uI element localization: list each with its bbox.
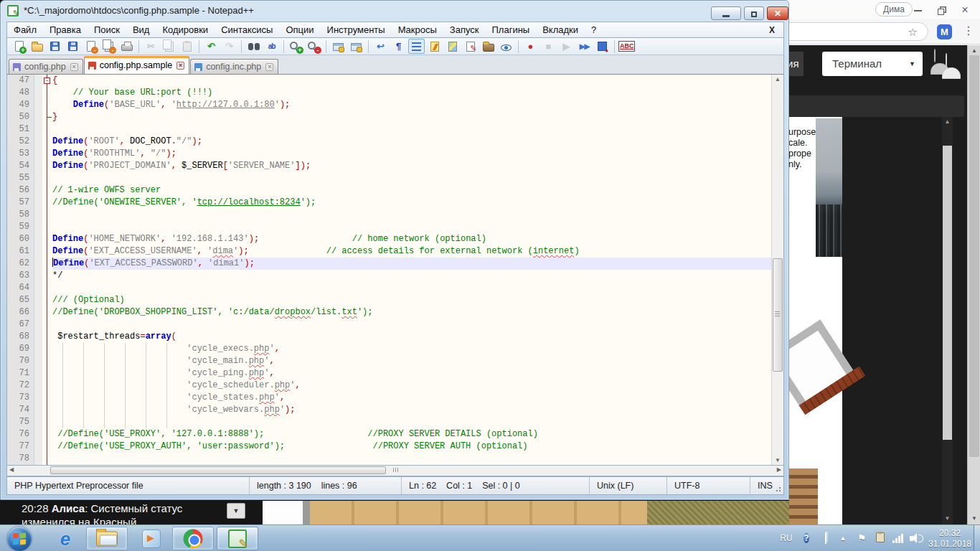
taskbar-internet-explorer[interactable]: e (44, 527, 86, 550)
line-number[interactable]: 63 (7, 270, 29, 282)
line-number[interactable]: 72 (7, 380, 29, 392)
menu-item-5[interactable]: Синтаксисы (215, 22, 279, 37)
code-line[interactable]: 'cycle_states.php', (52, 392, 771, 404)
line-number[interactable]: 77 (7, 441, 29, 453)
code-line[interactable]: //Define('USE_PROXY_AUTH', 'user:passwor… (52, 441, 771, 453)
code-line[interactable]: //Define('ONEWIRE_SERVER', 'tcp://localh… (52, 197, 771, 209)
menu-close-x[interactable]: X (760, 25, 783, 35)
line-number[interactable]: 75 (7, 416, 29, 428)
menu-item-10[interactable]: Плагины (486, 22, 537, 37)
code-line[interactable]: Define('PROJECT_DOMAIN', $_SERVER['SERVE… (52, 160, 771, 172)
status-encoding[interactable]: UTF-8 (667, 477, 750, 494)
line-number[interactable]: 60 (7, 233, 29, 245)
save-file[interactable] (47, 39, 63, 54)
code-line[interactable] (52, 123, 771, 136)
code-line[interactable]: //Define('DROPBOX_SHOPPING_LIST', 'c:/da… (52, 306, 771, 319)
code-line[interactable]: Define('ROOTHTML', "/"); (52, 148, 771, 160)
line-number[interactable]: 69 (7, 343, 29, 355)
line-number[interactable]: 65 (7, 294, 29, 306)
line-number[interactable]: 68 (7, 331, 29, 343)
macro-stop[interactable]: ■ (540, 39, 557, 54)
menu-item-4[interactable]: Кодировки (156, 22, 215, 37)
macro-save[interactable] (594, 39, 611, 54)
menu-item-6[interactable]: Опции (279, 22, 320, 37)
code-line[interactable]: 'cycle_scheduler.php', (52, 380, 771, 392)
language-indicator[interactable]: RU (778, 525, 795, 551)
menu-item-8[interactable]: Макросы (392, 22, 443, 37)
redo[interactable]: ↷ (221, 39, 237, 54)
show-hidden-icons[interactable]: ▲ (837, 525, 849, 551)
line-number[interactable]: 59 (7, 221, 29, 233)
line-number[interactable]: 76 (7, 428, 29, 441)
code-line[interactable]: //Define('USE_PROXY', '127.0.0.1:8888');… (52, 428, 771, 441)
word-wrap[interactable]: ↩ (372, 39, 389, 54)
window-tray-icon[interactable] (819, 525, 832, 551)
line-number[interactable]: 52 (7, 136, 29, 148)
taskbar-media-player[interactable] (131, 527, 172, 550)
page-scrollbar[interactable]: ▲ ▼ (942, 117, 953, 524)
spell-check[interactable]: ABC (618, 39, 635, 54)
code-line[interactable]: 'cycle_main.php', (52, 355, 771, 367)
code-line[interactable]: { (52, 75, 771, 87)
code-line[interactable]: Define('HOME_NETWORK', '192.168.1.143');… (52, 233, 771, 245)
line-number[interactable]: 49 (7, 99, 29, 111)
line-number[interactable]: 71 (7, 367, 29, 380)
code-line[interactable]: Define('EXT_ACCESS_USERNAME', 'dima'); /… (52, 245, 771, 258)
line-number[interactable]: 74 (7, 404, 29, 416)
zoom-in[interactable]: + (288, 39, 304, 54)
line-number[interactable]: 62 (7, 258, 29, 270)
chrome-menu-icon[interactable]: ⋮ (963, 24, 974, 37)
close-file[interactable]: - (83, 39, 99, 54)
line-number[interactable]: 78 (7, 453, 29, 465)
code-line[interactable] (52, 282, 771, 294)
menu-item-11[interactable]: Вкладки (536, 22, 585, 37)
user-defined-language[interactable] (426, 39, 443, 54)
menu-item-12[interactable]: ? (585, 22, 603, 37)
menu-item-2[interactable]: Поиск (88, 22, 126, 37)
show-desktop-button[interactable] (974, 525, 980, 551)
city-photo-thumbnail[interactable] (816, 118, 842, 257)
code-line[interactable] (52, 209, 771, 221)
line-number[interactable]: 53 (7, 148, 29, 160)
macro-run-multiple[interactable]: ▶▶ (576, 39, 593, 54)
close-button[interactable]: ✕ (767, 6, 788, 20)
line-number[interactable]: 55 (7, 172, 29, 184)
line-number[interactable]: 57 (7, 197, 29, 209)
show-all-characters[interactable]: ¶ (390, 39, 407, 54)
menu-item-0[interactable]: Файл (7, 22, 43, 37)
code-line[interactable]: Define('EXT_ACCESS_PASSWORD', 'dima1'); (52, 258, 771, 270)
help-tray-icon[interactable]: ? (799, 525, 814, 551)
line-number[interactable]: 48 (7, 87, 29, 99)
network-signal-icon[interactable] (891, 525, 907, 551)
open-folder[interactable] (29, 39, 45, 54)
document-map[interactable] (444, 39, 461, 54)
taskbar-chrome[interactable] (172, 527, 214, 550)
minimize-button[interactable] (711, 6, 741, 20)
bookmark-star-icon[interactable]: ☆ (908, 26, 918, 39)
tab-config.inc.php[interactable]: config.inc.php× (190, 59, 278, 74)
notification-dropdown-button[interactable]: ▼ (227, 503, 245, 519)
code-line[interactable]: */ (52, 270, 771, 282)
function-list[interactable] (462, 39, 479, 54)
print[interactable] (118, 39, 135, 54)
tab-config.php.sample[interactable]: config.php.sample× (84, 56, 189, 74)
document-monitor[interactable] (498, 39, 514, 54)
menu-item-3[interactable]: Вид (126, 22, 156, 37)
menu-item-1[interactable]: Правка (43, 22, 88, 37)
action-center-flag-icon[interactable]: ⚑ (855, 525, 868, 551)
line-number[interactable]: 58 (7, 209, 29, 221)
tab-config.php[interactable]: config.php× (9, 59, 83, 74)
code-area[interactable]: { // Your base URL:port (!!!) Define('BA… (52, 75, 771, 465)
undo[interactable]: ↶ (203, 39, 220, 54)
cut[interactable]: ✂ (143, 39, 159, 54)
find[interactable] (245, 39, 262, 54)
editor-vertical-scrollbar[interactable]: ▲ ▼ (771, 75, 783, 465)
code-line[interactable]: /// (Optional) (52, 294, 771, 306)
clipboard-tray-icon[interactable] (874, 525, 887, 551)
code-line[interactable]: 'cycle_ping.php', (52, 367, 771, 380)
editor-horizontal-scrollbar[interactable]: ◀ ▶ (6, 466, 784, 476)
line-number[interactable]: 61 (7, 245, 29, 258)
code-line[interactable]: } (52, 111, 771, 123)
folder-as-workspace[interactable] (480, 39, 496, 54)
menu-item-9[interactable]: Запуск (443, 22, 486, 37)
